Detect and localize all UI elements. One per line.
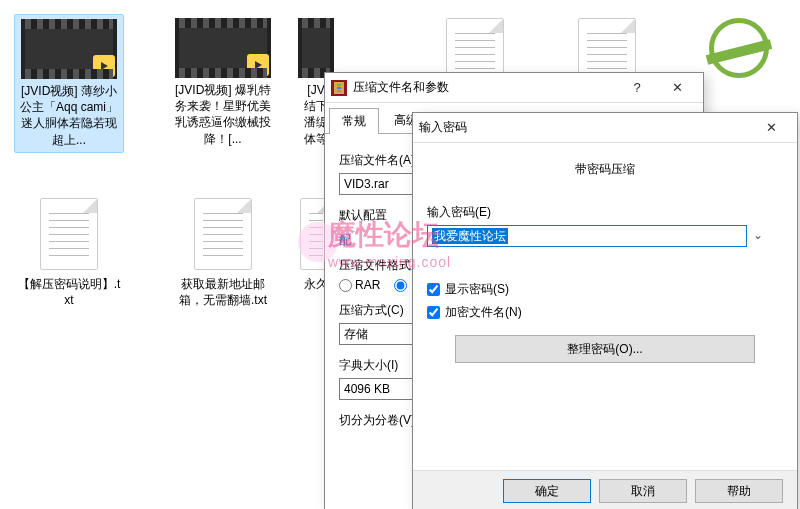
file-video-2[interactable]: [JVID视频] 爆乳特务来袭！星野优美乳诱惑逼你缴械投降！[... [168,14,278,151]
password-label: 输入密码(E) [427,204,783,221]
chevron-down-icon[interactable]: ⌄ [753,228,769,244]
svg-rect-3 [337,87,341,89]
group-title: 带密码压缩 [427,153,783,186]
format-other-option[interactable] [394,279,407,292]
file-video-1[interactable]: [JVID视频] 薄纱小公主「Aqq cami」迷人胴体若隐若现超上... [14,14,124,153]
organize-passwords-button[interactable]: 整理密码(O)... [455,335,755,363]
help-button[interactable]: ? [617,76,657,100]
format-rar-option[interactable]: RAR [339,278,380,292]
text-file-icon [40,198,98,270]
file-txt-2[interactable]: 获取最新地址邮箱，无需翻墙.txt [168,194,278,312]
close-button[interactable]: ✕ [657,76,697,100]
file-label: 获取最新地址邮箱，无需翻墙.txt [168,274,278,312]
video-thumbnail [175,18,271,78]
form-body: 带密码压缩 输入密码(E) 我爱魔性论坛 ⌄ 显示密码(S) 加密文件名(N) … [413,143,797,387]
help-button[interactable]: 帮助 [695,479,783,503]
dialog-title: 输入密码 [419,119,751,136]
close-button[interactable]: ✕ [751,116,791,140]
password-input[interactable]: 我爱魔性论坛 [427,225,747,247]
file-txt-1[interactable]: 【解压密码说明】.txt [14,194,124,312]
app-icon [331,80,347,96]
ie-icon [709,18,769,78]
button-bar: 确定 取消 帮助 [413,470,797,509]
cancel-button[interactable]: 取消 [599,479,687,503]
file-label: 【解压密码说明】.txt [14,274,124,312]
play-icon [247,54,269,76]
titlebar[interactable]: 输入密码 ✕ [413,113,797,143]
encrypt-names-checkbox[interactable]: 加密文件名(N) [427,304,783,321]
tab-general[interactable]: 常规 [329,108,379,134]
video-thumbnail [298,18,334,78]
svg-rect-2 [337,84,341,86]
dialog-title: 压缩文件名和参数 [353,79,617,96]
text-file-icon [194,198,252,270]
video-thumbnail [21,19,117,79]
ok-button[interactable]: 确定 [503,479,591,503]
play-icon [93,55,115,77]
show-password-checkbox[interactable]: 显示密码(S) [427,281,783,298]
password-dialog: 输入密码 ✕ 带密码压缩 输入密码(E) 我爱魔性论坛 ⌄ 显示密码(S) 加密… [412,112,798,509]
file-label: [JVID视频] 薄纱小公主「Aqq cami」迷人胴体若隐若现超上... [15,81,123,152]
file-label: [JVID视频] 爆乳特务来袭！星野优美乳诱惑逼你缴械投降！[... [168,80,278,151]
watermark-logo [298,222,338,262]
svg-rect-4 [337,90,341,92]
titlebar[interactable]: 压缩文件名和参数 ? ✕ [325,73,703,103]
